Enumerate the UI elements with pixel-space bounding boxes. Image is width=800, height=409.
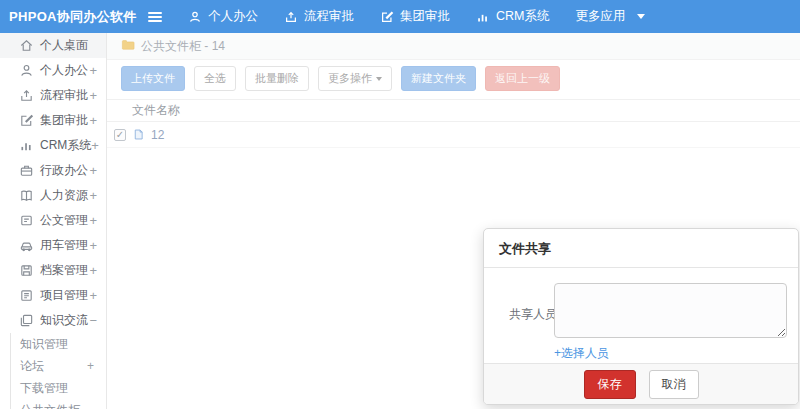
select-all-button[interactable]: 全选	[194, 66, 236, 91]
bar-chart-icon	[19, 138, 34, 153]
knowledge-submenu: 知识管理 论坛 + 下载管理 公共文件柜	[10, 333, 106, 409]
modal-body: 共享人员 +选择人员	[484, 268, 798, 363]
select-members-link[interactable]: +选择人员	[554, 345, 609, 362]
expand-plus[interactable]: +	[91, 138, 99, 153]
sidebar-item-process-approval[interactable]: 流程审批 +	[0, 83, 106, 108]
upload-file-button[interactable]: 上传文件	[121, 66, 185, 91]
archive-icon	[19, 263, 34, 278]
breadcrumb: 公共文件柜 - 14	[107, 33, 800, 60]
back-up-level-button[interactable]: 返回上一级	[485, 66, 560, 91]
expand-plus[interactable]: +	[89, 238, 97, 253]
hamburger-icon[interactable]	[148, 12, 162, 22]
app-logo[interactable]: PHPOA协同办公软件	[0, 8, 122, 26]
sidebar-subitem-public-cabinet[interactable]: 公共文件柜	[11, 399, 106, 409]
file-name-link[interactable]: 12	[151, 128, 164, 142]
home-icon	[19, 38, 34, 53]
sidebar-item-admin-office[interactable]: 行政办公 +	[0, 158, 106, 183]
expand-plus[interactable]: +	[89, 113, 97, 128]
nav-item-personal-office[interactable]: 个人办公	[188, 8, 258, 25]
expand-plus[interactable]: +	[89, 63, 97, 78]
nav-item-process-approval[interactable]: 流程审批	[284, 8, 354, 25]
project-icon	[19, 288, 34, 303]
user-icon	[188, 10, 202, 24]
sidebar-subitem-knowledge-mgmt[interactable]: 知识管理	[11, 333, 106, 355]
file-table: 文件名称 ✓ 12	[107, 99, 800, 148]
share-members-label: 共享人员	[509, 306, 557, 323]
breadcrumb-label: 公共文件柜 - 14	[141, 38, 225, 55]
sidebar-subitem-forum[interactable]: 论坛 +	[11, 355, 106, 377]
knowledge-icon	[19, 313, 34, 328]
sidebar-item-vehicle[interactable]: 用车管理 +	[0, 233, 106, 258]
column-header-filename: 文件名称	[132, 102, 180, 119]
file-toolbar: 上传文件 全选 批量删除 更多操作 新建文件夹 返回上一级	[107, 60, 800, 97]
top-nav-menu: 个人办公 流程审批 集团审批 CRM系统 更多应用	[188, 8, 645, 25]
modal-title: 文件共享	[484, 229, 798, 268]
caret-down-icon	[376, 77, 382, 81]
new-folder-button[interactable]: 新建文件夹	[401, 66, 476, 91]
top-navbar: PHPOA协同办公软件 个人办公 流程审批 集团审批 CRM系统 更多应用	[0, 0, 800, 33]
book-icon	[19, 188, 34, 203]
expand-plus[interactable]: +	[89, 188, 97, 203]
caret-down-icon	[637, 14, 645, 19]
sidebar-item-personal-office[interactable]: 个人办公 +	[0, 58, 106, 83]
expand-plus[interactable]: +	[89, 163, 97, 178]
sidebar-item-crm[interactable]: CRM系统 +	[0, 133, 106, 158]
user-icon	[19, 63, 34, 78]
sidebar-item-official-docs[interactable]: 公文管理 +	[0, 208, 106, 233]
sidebar-item-group-approval[interactable]: 集团审批 +	[0, 108, 106, 133]
expand-plus[interactable]: +	[89, 88, 97, 103]
car-icon	[19, 238, 34, 253]
sidebar: 个人桌面 个人办公 + 流程审批 + 集团审批 + CRM系统 +	[0, 33, 107, 409]
edit-square-icon	[380, 10, 394, 24]
row-checkbox[interactable]: ✓	[114, 129, 126, 141]
expand-plus[interactable]: +	[89, 263, 97, 278]
sidebar-item-knowledge[interactable]: 知识交流 −	[0, 308, 106, 333]
cancel-button[interactable]: 取消	[649, 370, 699, 399]
nav-item-crm[interactable]: CRM系统	[476, 8, 549, 25]
table-row[interactable]: ✓ 12	[107, 122, 800, 148]
nav-item-group-approval[interactable]: 集团审批	[380, 8, 450, 25]
share-members-textarea[interactable]	[554, 283, 787, 338]
sidebar-item-personal-desktop[interactable]: 个人桌面	[0, 33, 106, 58]
expand-plus[interactable]: +	[87, 359, 94, 373]
batch-delete-button[interactable]: 批量删除	[245, 66, 309, 91]
sidebar-item-archives[interactable]: 档案管理 +	[0, 258, 106, 283]
file-share-modal: 文件共享 共享人员 +选择人员 保存 取消	[483, 228, 799, 405]
process-upload-icon	[19, 88, 34, 103]
sidebar-item-projects[interactable]: 项目管理 +	[0, 283, 106, 308]
bar-chart-icon	[476, 10, 490, 24]
save-button[interactable]: 保存	[584, 370, 636, 399]
folder-icon	[121, 38, 135, 54]
expand-plus[interactable]: +	[89, 288, 97, 303]
expand-plus[interactable]: +	[89, 213, 97, 228]
modal-footer: 保存 取消	[484, 363, 798, 404]
nav-item-more-apps[interactable]: 更多应用	[575, 8, 645, 25]
edit-square-icon	[19, 113, 34, 128]
file-icon	[132, 128, 145, 141]
app-window: PHPOA协同办公软件 个人办公 流程审批 集团审批 CRM系统 更多应用	[0, 0, 800, 409]
table-header-row: 文件名称	[107, 99, 800, 122]
document-icon	[19, 213, 34, 228]
sidebar-item-hr[interactable]: 人力资源 +	[0, 183, 106, 208]
sidebar-subitem-downloads[interactable]: 下载管理	[11, 377, 106, 399]
more-actions-button[interactable]: 更多操作	[318, 66, 392, 91]
process-upload-icon	[284, 10, 298, 24]
briefcase-icon	[19, 163, 34, 178]
expand-minus[interactable]: −	[89, 313, 97, 328]
